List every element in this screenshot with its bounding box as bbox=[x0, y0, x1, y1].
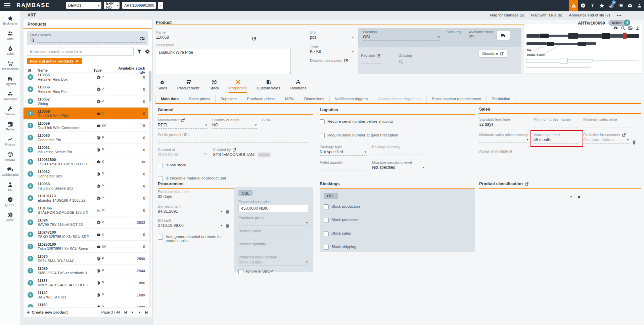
table-row[interactable]: 411024BAV99 75V 215mA SOT-23P2503 bbox=[24, 216, 148, 229]
tab-relations[interactable]: Relations bbox=[290, 79, 306, 93]
revision-input[interactable] bbox=[361, 57, 382, 64]
location-select[interactable]: OSL ▼ bbox=[363, 34, 440, 41]
exclusive-customer-lookup[interactable]: Customer lookup... ▼ bbox=[583, 137, 629, 144]
subtab-notification-triggers[interactable]: Notification triggers bbox=[330, 95, 373, 103]
ignore-sop-checkbox[interactable] bbox=[238, 269, 243, 274]
subtab-sales-prices[interactable]: Sales prices bbox=[184, 95, 216, 103]
package-type-select[interactable]: Not specified ▼ bbox=[320, 149, 367, 156]
sidebar-item-sales[interactable]: $Sales bbox=[0, 43, 20, 58]
purchase-group-select[interactable]: ▼ bbox=[238, 220, 308, 226]
serial-goods-reception-checkbox[interactable] bbox=[320, 133, 325, 138]
block-checkbox-block-sales[interactable] bbox=[324, 231, 329, 236]
country-select[interactable]: NO ▼ bbox=[212, 122, 257, 129]
block-checkbox-block-shipping[interactable] bbox=[324, 245, 329, 250]
unit-select[interactable]: pcs ▼ bbox=[310, 34, 354, 41]
uri-input[interactable] bbox=[158, 137, 308, 143]
reorder-point-input[interactable] bbox=[238, 233, 308, 239]
sidebar-item-logistics[interactable]: Logistics bbox=[0, 73, 20, 88]
filter-icon[interactable] bbox=[137, 49, 142, 54]
zoom-icon[interactable] bbox=[621, 26, 625, 30]
eu-tariff-select[interactable]: 2710.19.99.00 ▼ bbox=[158, 222, 223, 229]
sidebar-item-service[interactable]: Service bbox=[0, 104, 20, 119]
subtab-dimensions[interactable]: Dimensions bbox=[299, 95, 330, 103]
external-link-icon[interactable] bbox=[622, 133, 626, 137]
standard-lead-time-value[interactable]: 32 days bbox=[479, 121, 529, 128]
gtin-input[interactable] bbox=[262, 122, 315, 128]
table-row[interactable]: 411133MBRS340TS 40V 3A SCHOTTP880 bbox=[24, 277, 148, 289]
document-path-input[interactable] bbox=[122, 2, 156, 9]
min-gross-margin-input[interactable] bbox=[534, 121, 579, 127]
table-row[interactable]: 4110058DualLink Wire PipeK0 bbox=[24, 108, 148, 120]
table-row[interactable]: 4110247100ESKO 32578510 XN SCU SDEK0 bbox=[24, 229, 148, 241]
app-logo[interactable]: RAMBASE bbox=[16, 2, 50, 9]
sidebar-item-qhses[interactable]: QHSES bbox=[0, 194, 20, 209]
pagination-last-button[interactable] bbox=[145, 311, 148, 314]
external-link-icon[interactable] bbox=[377, 54, 380, 57]
external-link-icon[interactable] bbox=[233, 148, 236, 152]
pagination-next-button[interactable] bbox=[138, 311, 141, 314]
sidebar-item-product[interactable]: Product bbox=[0, 149, 20, 164]
external-link-icon[interactable] bbox=[525, 182, 528, 186]
type-select[interactable]: K - Kit ▼ bbox=[310, 48, 354, 55]
clear-icon[interactable]: ✕ bbox=[577, 195, 581, 200]
trash-icon[interactable] bbox=[632, 140, 636, 145]
goods-in-transit-button[interactable] bbox=[497, 31, 510, 40]
package-qty-input[interactable] bbox=[372, 149, 425, 155]
sidebar-item-admin[interactable]: Admin bbox=[0, 209, 20, 225]
header-action-1[interactable]: Flag with issue (6) bbox=[531, 13, 562, 17]
name-input[interactable]: 110058 bbox=[156, 34, 250, 41]
scrollbar-track[interactable] bbox=[149, 71, 151, 307]
table-row[interactable]: 4110060Connector PinP0 bbox=[24, 132, 148, 144]
expected-cost-input[interactable]: 450.0000 NOK bbox=[238, 205, 308, 212]
alerts-button[interactable] bbox=[569, 0, 578, 11]
trash-icon[interactable] bbox=[225, 224, 230, 228]
table-row[interactable]: 411150BAT54A SOT-23P1900 bbox=[24, 301, 148, 307]
purchase-lead-time-value[interactable]: 32 days bbox=[158, 194, 230, 200]
serial-before-shipping-checkbox[interactable] bbox=[320, 119, 325, 124]
moisture-select[interactable]: Not specified ▼ bbox=[372, 164, 425, 171]
close-icon[interactable]: ✕ bbox=[76, 59, 79, 63]
sidebar-item-crm[interactable]: CRM bbox=[0, 28, 20, 43]
sidebar-item-bookmarks[interactable]: Bookmarks bbox=[0, 13, 20, 28]
sidebar-item-procurement[interactable]: Procurement bbox=[0, 58, 20, 73]
detailed-description-button[interactable]: Detailed description bbox=[310, 58, 348, 63]
table-row[interactable]: 4110059DualLink With ConnectorsKA10 bbox=[24, 120, 148, 132]
quick-search-box[interactable]: Quick search bbox=[27, 31, 148, 45]
attachments-button[interactable]: 4 bbox=[606, 0, 616, 11]
non-stock-checkbox[interactable] bbox=[158, 163, 163, 168]
block-checkbox-block-purchase[interactable] bbox=[324, 218, 329, 223]
cloud-download-icon[interactable] bbox=[613, 26, 618, 30]
table-row[interactable]: 4110101179El.motor 14BG186-4 180L 22P0 bbox=[24, 192, 148, 204]
back-button[interactable]: ‹ bbox=[158, 2, 163, 9]
gear-icon[interactable] bbox=[145, 49, 150, 54]
subtab-stock-location-replenishment[interactable]: Stock location replenishment bbox=[427, 95, 487, 103]
table-row[interactable]: 411070SS14 SMA DO-214ACP2890 bbox=[24, 253, 148, 265]
erp-select[interactable]: ERP-NO ▾ bbox=[104, 2, 120, 9]
help-button[interactable]: ? bbox=[588, 0, 597, 11]
pallet-qty-input[interactable] bbox=[320, 164, 367, 170]
min-sales-price-currency-select[interactable]: ▼ bbox=[479, 137, 529, 143]
assign-multiple-input[interactable] bbox=[479, 153, 529, 159]
domestic-tariff-select[interactable]: 84.81.2091 ▼ bbox=[158, 208, 223, 215]
table-row[interactable]: 4110253100Esko 32578551 Xx SCU ServoKA0 bbox=[24, 241, 148, 253]
download-icon[interactable] bbox=[636, 26, 640, 30]
classification-select[interactable]: ▼ bbox=[479, 194, 572, 200]
edit-icon[interactable] bbox=[252, 36, 257, 41]
sidebar-item-hr[interactable]: HR bbox=[0, 179, 20, 194]
tab-sales[interactable]: $Sales bbox=[157, 79, 167, 93]
search-icon[interactable] bbox=[399, 59, 403, 64]
preferred-stock-location-select[interactable]: Stock location ▼ bbox=[238, 259, 308, 266]
user-menu-button[interactable] bbox=[635, 0, 644, 11]
subtab-suppliers[interactable]: Suppliers bbox=[216, 95, 242, 103]
table-row[interactable]: 4110061500ESKO 32567661 MPC800 CUK30 bbox=[24, 156, 148, 168]
subtab-main-data[interactable]: Main data bbox=[155, 95, 184, 103]
account-select[interactable]: DEMO1 ▾ bbox=[66, 2, 101, 9]
min-sales-price-input[interactable] bbox=[583, 121, 636, 127]
table-row[interactable]: 4110055Retainer Ring BoxP0 bbox=[24, 71, 148, 83]
sidebar-item-rental[interactable]: Rental bbox=[0, 119, 20, 134]
table-row[interactable]: 4110062Connector BoxP0 bbox=[24, 168, 148, 180]
table-row[interactable]: 4110063Insulating Sleeve BoxP0 bbox=[24, 180, 148, 192]
traceable-checkbox[interactable] bbox=[158, 176, 163, 181]
header-action-2[interactable]: Announce end of life (7) bbox=[569, 13, 610, 17]
tab-custom-fields[interactable]: Custom fields bbox=[257, 79, 280, 93]
